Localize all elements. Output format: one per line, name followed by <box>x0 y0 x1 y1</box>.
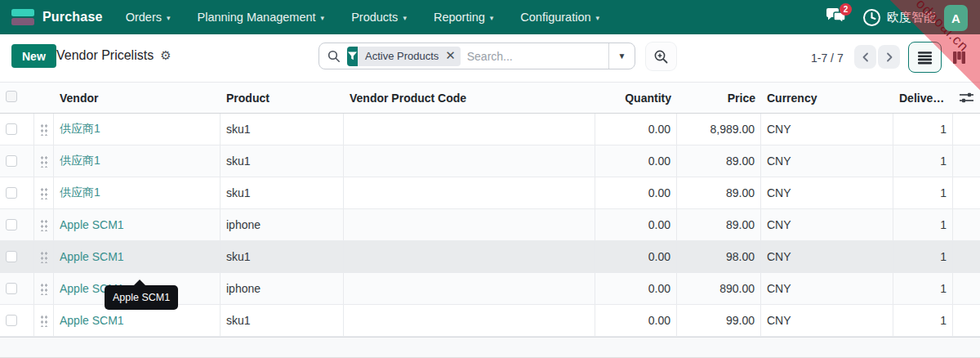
vendor-cell[interactable]: Apple SCM1 <box>60 314 124 327</box>
currency-cell[interactable]: CNY <box>761 177 893 208</box>
menu-reporting[interactable]: Reporting▾ <box>434 11 493 24</box>
quantity-cell[interactable]: 0.00 <box>595 305 677 336</box>
menu-orders[interactable]: Orders▾ <box>126 11 171 24</box>
vendor-product-code-cell[interactable] <box>344 145 595 177</box>
column-header-price[interactable]: Price <box>677 92 761 105</box>
table-row[interactable]: 供应商1 sku1 0.00 89.00 CNY 1 <box>0 145 980 177</box>
currency-cell[interactable]: CNY <box>761 145 893 177</box>
row-checkbox[interactable] <box>6 315 17 326</box>
vendor-product-code-cell[interactable] <box>344 305 595 336</box>
product-cell[interactable]: sku1 <box>220 177 344 208</box>
product-cell[interactable]: sku1 <box>220 241 344 272</box>
delivery-cell[interactable]: 1 <box>893 114 953 145</box>
price-cell[interactable]: 99.00 <box>677 305 761 336</box>
select-all-checkbox[interactable] <box>6 91 17 102</box>
zoom-in-button[interactable] <box>646 43 676 70</box>
drag-handle[interactable] <box>34 273 54 304</box>
column-header-delivery[interactable]: Delivery ... <box>893 92 953 105</box>
vendor-cell[interactable]: Apple SCM1 <box>60 218 124 231</box>
table-row[interactable]: Apple SCM1 iphone 0.00 89.00 CNY 1 <box>0 209 980 241</box>
optional-columns-toggle-icon[interactable] <box>959 92 974 104</box>
currency-cell[interactable]: CNY <box>761 273 893 304</box>
drag-handle-icon <box>40 218 47 231</box>
column-header-vendor-product-code[interactable]: Vendor Product Code <box>344 92 595 105</box>
delivery-cell[interactable]: 1 <box>893 145 953 177</box>
row-checkbox[interactable] <box>6 283 17 294</box>
column-header-product[interactable]: Product <box>220 92 344 105</box>
price-cell[interactable]: 8,989.00 <box>677 114 761 145</box>
vendor-cell[interactable]: 供应商1 <box>60 186 100 200</box>
drag-handle[interactable] <box>34 305 54 336</box>
quantity-cell[interactable]: 0.00 <box>595 145 677 177</box>
delivery-cell[interactable]: 1 <box>893 209 953 240</box>
table-row[interactable]: 供应商1 sku1 0.00 89.00 CNY 1 <box>0 177 980 209</box>
app-name[interactable]: Purchase <box>42 10 103 25</box>
user-avatar[interactable]: A <box>944 5 968 31</box>
drag-handle[interactable] <box>34 209 54 240</box>
delivery-cell[interactable]: 1 <box>893 177 953 208</box>
price-cell[interactable]: 98.00 <box>677 241 761 272</box>
price-cell[interactable]: 890.00 <box>677 273 761 304</box>
drag-handle[interactable] <box>34 241 54 272</box>
vendor-cell[interactable]: 供应商1 <box>60 122 100 136</box>
drag-handle[interactable] <box>34 177 54 208</box>
row-checkbox[interactable] <box>6 251 17 262</box>
quantity-cell[interactable]: 0.00 <box>595 273 677 304</box>
pager-next-button[interactable] <box>878 45 900 69</box>
activities-clock-icon[interactable] <box>862 8 881 27</box>
filter-funnel-icon[interactable] <box>347 47 358 66</box>
list-view-button[interactable] <box>908 42 942 73</box>
vendor-product-code-cell[interactable] <box>344 177 595 208</box>
quantity-cell[interactable]: 0.00 <box>595 114 677 145</box>
row-checkbox[interactable] <box>6 187 17 199</box>
search-bar[interactable]: Active Products ✕ ▼ <box>318 43 635 69</box>
delivery-cell[interactable]: 1 <box>893 241 953 272</box>
table-row[interactable]: Apple SCM1 sku1 0.00 98.00 CNY 1 <box>0 241 980 273</box>
menu-products[interactable]: Products▾ <box>351 11 407 24</box>
product-cell[interactable]: iphone <box>220 209 344 240</box>
menu-planning-management[interactable]: Planning Management▾ <box>198 11 325 24</box>
currency-cell[interactable]: CNY <box>761 241 893 272</box>
view-settings-gear-icon[interactable]: ⚙ <box>160 48 171 63</box>
currency-cell[interactable]: CNY <box>761 305 893 336</box>
drag-handle[interactable] <box>34 145 54 177</box>
product-cell[interactable]: sku1 <box>220 114 344 145</box>
messages-icon[interactable]: 2 <box>825 7 849 27</box>
vendor-product-code-cell[interactable] <box>344 273 595 304</box>
column-header-vendor[interactable]: Vendor <box>54 92 220 105</box>
facet-remove-icon[interactable]: ✕ <box>444 49 460 63</box>
vendor-product-code-cell[interactable] <box>344 241 595 272</box>
app-logo-icon[interactable] <box>11 9 34 25</box>
table-row[interactable]: 供应商1 sku1 0.00 8,989.00 CNY 1 <box>0 114 980 145</box>
search-options-chevron-icon[interactable]: ▼ <box>608 43 635 69</box>
vendor-product-code-cell[interactable] <box>344 114 595 145</box>
column-header-currency[interactable]: Currency <box>761 92 893 105</box>
menu-configuration[interactable]: Configuration▾ <box>520 11 599 24</box>
quantity-cell[interactable]: 0.00 <box>595 241 677 272</box>
drag-handle[interactable] <box>34 114 54 145</box>
company-menu[interactable]: 欧度智能 <box>887 10 936 25</box>
row-checkbox[interactable] <box>6 123 17 135</box>
product-cell[interactable]: iphone <box>220 273 344 304</box>
product-cell[interactable]: sku1 <box>220 145 344 177</box>
new-button[interactable]: New <box>11 44 56 68</box>
currency-cell[interactable]: CNY <box>761 114 893 145</box>
column-header-quantity[interactable]: Quantity <box>595 92 677 105</box>
vendor-cell[interactable]: 供应商1 <box>60 154 100 168</box>
vendor-cell[interactable]: Apple SCM1 <box>60 250 124 263</box>
pager-previous-button[interactable] <box>854 45 876 69</box>
delivery-cell[interactable]: 1 <box>893 273 953 304</box>
search-input[interactable] <box>461 50 608 63</box>
row-checkbox[interactable] <box>6 155 17 167</box>
kanban-view-button[interactable] <box>942 42 976 73</box>
currency-cell[interactable]: CNY <box>761 209 893 240</box>
price-cell[interactable]: 89.00 <box>677 209 761 240</box>
price-cell[interactable]: 89.00 <box>677 145 761 177</box>
price-cell[interactable]: 89.00 <box>677 177 761 208</box>
quantity-cell[interactable]: 0.00 <box>595 209 677 240</box>
product-cell[interactable]: sku1 <box>220 305 344 336</box>
delivery-cell[interactable]: 1 <box>893 305 953 336</box>
row-checkbox[interactable] <box>6 219 17 230</box>
quantity-cell[interactable]: 0.00 <box>595 177 677 208</box>
vendor-product-code-cell[interactable] <box>344 209 595 240</box>
